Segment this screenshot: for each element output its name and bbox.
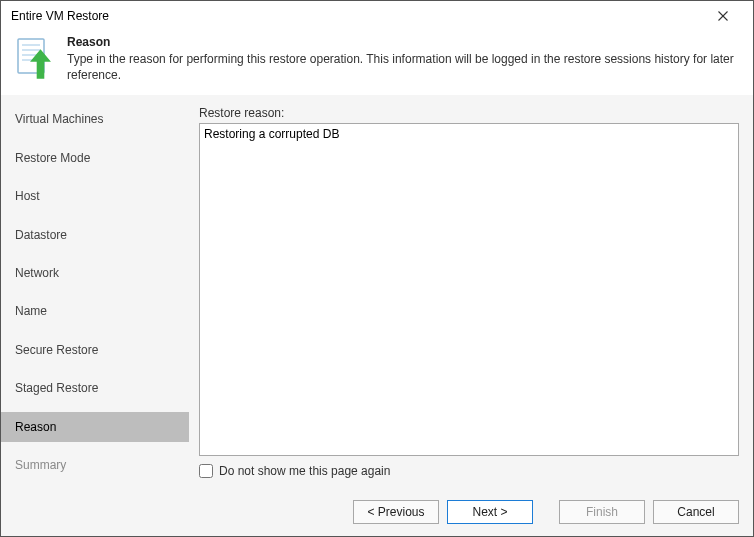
sidebar-item-label: Host: [15, 189, 40, 203]
sidebar-item-name[interactable]: Name: [1, 296, 189, 326]
finish-button[interactable]: Finish: [559, 500, 645, 524]
sidebar-item-label: Reason: [15, 420, 56, 434]
body: Virtual MachinesRestore ModeHostDatastor…: [1, 95, 753, 488]
reason-input[interactable]: [199, 123, 739, 456]
page-header: Reason Type in the reason for performing…: [1, 31, 753, 95]
titlebar: Entire VM Restore: [1, 1, 753, 31]
header-text: Reason Type in the reason for performing…: [67, 35, 739, 83]
dont-show-row: Do not show me this page again: [199, 464, 739, 478]
window-title: Entire VM Restore: [11, 9, 109, 23]
sidebar-item-staged-restore[interactable]: Staged Restore: [1, 373, 189, 403]
sidebar-item-label: Summary: [15, 458, 66, 472]
sidebar-item-label: Virtual Machines: [15, 112, 104, 126]
dont-show-checkbox[interactable]: [199, 464, 213, 478]
cancel-button[interactable]: Cancel: [653, 500, 739, 524]
sidebar-item-summary[interactable]: Summary: [1, 450, 189, 480]
sidebar-item-restore-mode[interactable]: Restore Mode: [1, 143, 189, 173]
reason-label: Restore reason:: [199, 106, 739, 120]
sidebar-item-secure-restore[interactable]: Secure Restore: [1, 335, 189, 365]
sidebar-item-label: Secure Restore: [15, 343, 98, 357]
sidebar-item-host[interactable]: Host: [1, 181, 189, 211]
next-button[interactable]: Next >: [447, 500, 533, 524]
dont-show-label[interactable]: Do not show me this page again: [219, 464, 390, 478]
sidebar-item-label: Restore Mode: [15, 151, 90, 165]
previous-button[interactable]: < Previous: [353, 500, 439, 524]
sidebar-item-reason[interactable]: Reason: [1, 412, 189, 442]
sidebar-item-network[interactable]: Network: [1, 258, 189, 288]
footer: < Previous Next > Finish Cancel: [1, 488, 753, 536]
sidebar-item-label: Datastore: [15, 228, 67, 242]
close-button[interactable]: [703, 2, 743, 30]
sidebar-item-label: Name: [15, 304, 47, 318]
sidebar-item-label: Network: [15, 266, 59, 280]
sidebar-item-virtual-machines[interactable]: Virtual Machines: [1, 104, 189, 134]
page-description: Type in the reason for performing this r…: [67, 51, 739, 83]
page-heading: Reason: [67, 35, 739, 49]
sidebar-item-label: Staged Restore: [15, 381, 98, 395]
close-icon: [718, 11, 728, 21]
sidebar-item-datastore[interactable]: Datastore: [1, 220, 189, 250]
restore-icon: [15, 37, 55, 81]
wizard-sidebar: Virtual MachinesRestore ModeHostDatastor…: [1, 96, 189, 488]
dialog-window: Entire VM Restore Reason Type in the rea…: [0, 0, 754, 537]
content-panel: Restore reason: Do not show me this page…: [189, 96, 753, 488]
